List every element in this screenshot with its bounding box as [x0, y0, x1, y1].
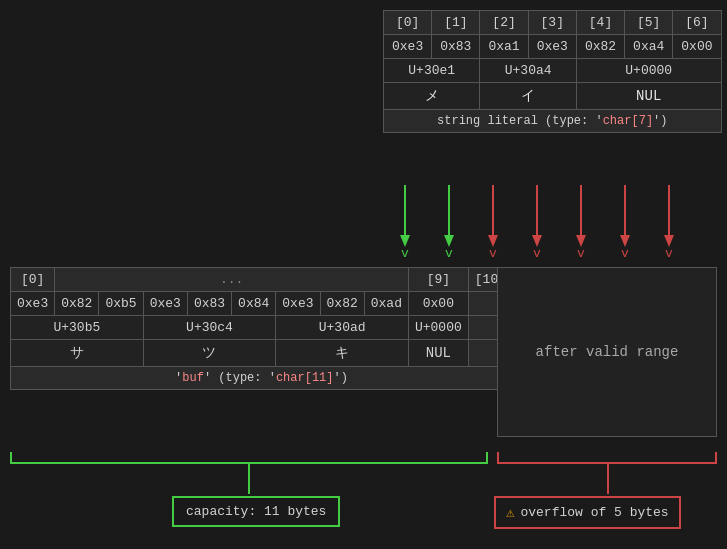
after-valid-text: after valid range [536, 344, 679, 360]
arrow-label-1: v [427, 246, 471, 261]
overflow-label-box: ⚠ overflow of 5 bytes [494, 496, 681, 529]
string-idx-6: [6] [673, 11, 721, 35]
arrow-labels: v v v v v v v [383, 246, 691, 261]
string-idx-1: [1] [432, 11, 480, 35]
buf-char-0: サ [11, 340, 144, 367]
buf-hex-1: 0x82 [55, 292, 99, 316]
buf-char-9: NUL [408, 340, 468, 367]
string-char-row: メ イ NUL [384, 83, 722, 110]
buf-index-row: [0] ... [9] [10] [11, 268, 513, 292]
after-valid-box: after valid range [497, 267, 717, 437]
string-table: [0] [1] [2] [3] [4] [5] [6] 0xe3 0x83 0x… [383, 10, 722, 133]
buf-char-row: サ ツ キ NUL [11, 340, 513, 367]
buf-hex-0: 0xe3 [11, 292, 55, 316]
arrow-label-5: v [603, 246, 647, 261]
buf-hex-8: 0xad [364, 292, 408, 316]
string-hex-row: 0xe3 0x83 0xa1 0xe3 0x82 0xa4 0x00 [384, 35, 722, 59]
string-idx-2: [2] [480, 11, 528, 35]
string-unicode-4: U+0000 [576, 59, 721, 83]
buf-idx-0: [0] [11, 268, 55, 292]
buf-hex-2: 0xb5 [99, 292, 143, 316]
capacity-label-text: capacity: 11 bytes [186, 504, 326, 519]
buf-table: [0] ... [9] [10] 0xe3 0x82 0xb5 0xe3 0x8… [10, 267, 513, 390]
string-hex-1: 0x83 [432, 35, 480, 59]
buf-hex-4: 0x83 [187, 292, 231, 316]
buf-unicode-3: U+30c4 [143, 316, 276, 340]
warning-icon: ⚠ [506, 504, 514, 521]
buf-hex-6: 0xe3 [276, 292, 320, 316]
string-idx-5: [5] [625, 11, 673, 35]
string-unicode-0: U+30e1 [384, 59, 480, 83]
buf-hex-5: 0x84 [232, 292, 276, 316]
arrow-label-2: v [471, 246, 515, 261]
buf-label: 'buf' (type: 'char[11]') [11, 367, 513, 390]
string-unicode-2: U+30a4 [480, 59, 576, 83]
string-hex-5: 0xa4 [625, 35, 673, 59]
arrow-label-3: v [515, 246, 559, 261]
string-unicode-row: U+30e1 U+30a4 U+0000 [384, 59, 722, 83]
string-char-4: NUL [576, 83, 721, 110]
buf-idx-dots: ... [55, 268, 409, 292]
overflow-line [607, 464, 609, 494]
capacity-label-box: capacity: 11 bytes [172, 496, 340, 527]
overflow-label-text: overflow of 5 bytes [520, 505, 668, 520]
string-idx-3: [3] [528, 11, 576, 35]
string-hex-4: 0x82 [576, 35, 624, 59]
string-hex-3: 0xe3 [528, 35, 576, 59]
buf-unicode-0: U+30b5 [11, 316, 144, 340]
diagram-container: [0] [1] [2] [3] [4] [5] [6] 0xe3 0x83 0x… [0, 0, 727, 549]
buf-char-6: キ [276, 340, 409, 367]
string-label-row: string literal (type: 'char[7]') [384, 110, 722, 133]
string-label: string literal (type: 'char[7]') [384, 110, 722, 133]
capacity-line [248, 464, 250, 494]
buf-hex-7: 0x82 [320, 292, 364, 316]
buf-label-row: 'buf' (type: 'char[11]') [11, 367, 513, 390]
buf-unicode-9: U+0000 [408, 316, 468, 340]
buf-unicode-row: U+30b5 U+30c4 U+30ad U+0000 [11, 316, 513, 340]
string-hex-2: 0xa1 [480, 35, 528, 59]
buf-hex-row: 0xe3 0x82 0xb5 0xe3 0x83 0x84 0xe3 0x82 … [11, 292, 513, 316]
buf-hex-3: 0xe3 [143, 292, 187, 316]
buf-hex-9: 0x00 [408, 292, 468, 316]
buf-char-3: ツ [143, 340, 276, 367]
string-index-row: [0] [1] [2] [3] [4] [5] [6] [384, 11, 722, 35]
arrow-label-4: v [559, 246, 603, 261]
string-char-2: イ [480, 83, 576, 110]
string-char-0: メ [384, 83, 480, 110]
buf-idx-9: [9] [408, 268, 468, 292]
string-hex-6: 0x00 [673, 35, 721, 59]
arrow-label-0: v [383, 246, 427, 261]
capacity-bracket [10, 452, 488, 464]
buf-unicode-6: U+30ad [276, 316, 409, 340]
arrow-label-6: v [647, 246, 691, 261]
string-hex-0: 0xe3 [384, 35, 432, 59]
string-idx-0: [0] [384, 11, 432, 35]
string-idx-4: [4] [576, 11, 624, 35]
overflow-bracket [497, 452, 717, 464]
